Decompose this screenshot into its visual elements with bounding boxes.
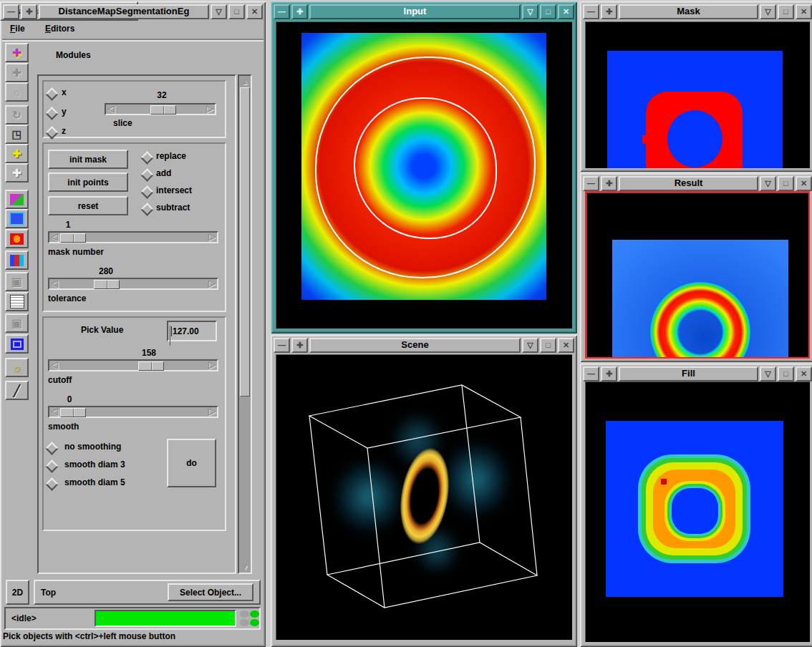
window-raise-button[interactable]: ✚ xyxy=(601,366,617,381)
slider-right-arrow-icon[interactable]: ▷ xyxy=(208,407,216,417)
fit-view-icon[interactable]: ▣ xyxy=(5,313,29,333)
window-shade-button[interactable]: ▽ xyxy=(760,4,776,19)
window-raise-button[interactable]: ✚ xyxy=(601,176,617,191)
mask-window[interactable]: — ✚ Mask ▽ □ ✕ xyxy=(580,1,812,172)
smooth-slider-thumb[interactable] xyxy=(60,408,86,417)
pick-value-field[interactable]: 127.00 xyxy=(167,321,217,341)
window-shade-button[interactable]: ▽ xyxy=(522,4,538,19)
menubar: File Editors xyxy=(2,21,264,40)
window-close-button[interactable]: ✕ xyxy=(796,176,812,191)
colormap-icon[interactable] xyxy=(5,250,29,270)
window-maximize-button[interactable]: □ xyxy=(540,338,556,353)
result-titlebar[interactable]: — ✚ Result ▽ □ ✕ xyxy=(583,176,812,191)
tolerance-slider-thumb[interactable] xyxy=(94,280,120,289)
window-raise-button[interactable]: ✚ xyxy=(601,4,617,19)
scroll-up-icon[interactable]: ▲ xyxy=(239,77,251,87)
zoom-view-icon[interactable]: ✚ xyxy=(5,163,29,183)
viewer-trackball-icon[interactable]: ✚ xyxy=(5,43,29,62)
slider-right-arrow-icon[interactable]: ▷ xyxy=(206,104,213,114)
scene-window[interactable]: — ✚ Scene ▽ □ ✕ xyxy=(271,335,577,647)
dash-icon: — xyxy=(587,8,595,16)
mask-number-slider[interactable]: ◁ ▷ xyxy=(48,231,218,243)
scrollbar-thumb[interactable] xyxy=(240,87,250,397)
menu-editors[interactable]: Editors xyxy=(45,24,74,34)
menu-file[interactable]: File xyxy=(10,24,25,34)
select-object-button[interactable]: Select Object... xyxy=(168,583,253,601)
slice-slider-thumb[interactable] xyxy=(150,105,176,115)
slider-left-arrow-icon[interactable]: ◁ xyxy=(107,104,115,114)
window-menu-button[interactable]: — xyxy=(583,176,599,191)
window-shade-button[interactable]: ▽ xyxy=(211,4,227,19)
fill-titlebar[interactable]: — ✚ Fill ▽ □ ✕ xyxy=(583,366,812,381)
window-menu-button[interactable]: — xyxy=(583,366,599,381)
slider-right-arrow-icon[interactable]: ▷ xyxy=(208,360,216,370)
headlight-icon[interactable]: ☼ xyxy=(5,82,29,102)
main-titlebar[interactable]: — ✚ DistanceMapSegmentationEg ▽ □ ✕ xyxy=(3,4,263,19)
mask-titlebar[interactable]: — ✚ Mask ▽ □ ✕ xyxy=(583,4,812,19)
scene-titlebar[interactable]: — ✚ Scene ▽ □ ✕ xyxy=(274,338,574,353)
pan-view-icon[interactable]: ✚ xyxy=(5,144,29,163)
window-maximize-button[interactable]: □ xyxy=(778,176,794,191)
smooth-slider[interactable]: ◁ ▷ xyxy=(48,406,218,418)
slider-left-arrow-icon[interactable]: ◁ xyxy=(51,278,58,288)
window-shade-button[interactable]: ▽ xyxy=(522,338,538,353)
cutoff-slider-thumb[interactable] xyxy=(138,361,164,371)
blue-panel-icon[interactable] xyxy=(5,209,29,228)
window-shade-button[interactable]: ▽ xyxy=(760,176,776,191)
window-close-button[interactable]: ✕ xyxy=(246,4,263,19)
reset-button[interactable]: reset xyxy=(48,196,128,215)
window-maximize-button[interactable]: □ xyxy=(778,4,794,19)
mode-2d-button[interactable]: 2D xyxy=(6,580,29,605)
input-window[interactable]: — ✚ Input ▽ □ ✕ xyxy=(271,1,577,334)
init-mask-button[interactable]: init mask xyxy=(48,150,128,169)
mask-number-slider-thumb[interactable] xyxy=(60,233,86,243)
window-menu-button[interactable]: — xyxy=(274,4,290,19)
fill-viewport[interactable] xyxy=(585,381,810,642)
window-maximize-button[interactable]: □ xyxy=(228,4,245,19)
scene-viewport[interactable] xyxy=(276,354,572,640)
window-raise-button[interactable]: ✚ xyxy=(291,4,308,19)
viewer-camera-icon[interactable]: ✚ xyxy=(5,63,29,82)
fill-window[interactable]: — ✚ Fill ▽ □ ✕ xyxy=(580,364,812,647)
lamp-icon[interactable]: ☼ xyxy=(5,358,29,377)
window-close-button[interactable]: ✕ xyxy=(558,4,574,19)
input-viewport[interactable] xyxy=(276,21,572,329)
slice-slider[interactable]: ◁ ▷ xyxy=(105,103,216,115)
window-close-button[interactable]: ✕ xyxy=(796,366,812,381)
subtract-label: subtract xyxy=(156,203,190,213)
rotate-view-icon[interactable]: ↻ xyxy=(5,105,29,125)
input-titlebar[interactable]: — ✚ Input ▽ □ ✕ xyxy=(274,4,574,19)
window-maximize-button[interactable]: □ xyxy=(778,366,794,381)
color-swap-icon[interactable] xyxy=(5,190,29,209)
scroll-down-icon[interactable]: ▼ xyxy=(239,562,251,572)
window-maximize-button[interactable]: □ xyxy=(540,4,556,19)
window-close-button[interactable]: ✕ xyxy=(558,338,574,353)
main-window[interactable]: — ✚ DistanceMapSegmentationEg ▽ □ ✕ File… xyxy=(0,1,266,647)
window-raise-button[interactable]: ✚ xyxy=(21,4,37,19)
slider-left-arrow-icon[interactable]: ◁ xyxy=(51,407,58,417)
slider-right-arrow-icon[interactable]: ▷ xyxy=(208,232,216,242)
mask-viewport[interactable] xyxy=(585,21,810,168)
window-menu-button[interactable]: — xyxy=(583,4,599,19)
wireframe-box-icon[interactable] xyxy=(5,334,29,354)
window-menu-button[interactable]: — xyxy=(3,4,19,19)
panel-scrollbar[interactable]: ▲ ▼ xyxy=(238,74,252,574)
annotation-icon[interactable] xyxy=(5,292,29,311)
cutoff-slider[interactable]: ◁ ▷ xyxy=(48,359,218,371)
slider-right-arrow-icon[interactable]: ▷ xyxy=(208,278,216,288)
window-raise-button[interactable]: ✚ xyxy=(291,338,308,353)
window-resize-icon[interactable]: ◳ xyxy=(5,125,29,144)
window-shade-button[interactable]: ▽ xyxy=(760,366,776,381)
tolerance-slider[interactable]: ◁ ▷ xyxy=(48,278,218,290)
result-window[interactable]: — ✚ Result ▽ □ ✕ xyxy=(580,173,812,362)
window-close-button[interactable]: ✕ xyxy=(796,4,812,19)
init-points-button[interactable]: init points xyxy=(48,172,128,192)
result-viewport[interactable] xyxy=(585,191,810,359)
record-icon[interactable] xyxy=(5,229,29,248)
window-menu-button[interactable]: — xyxy=(274,338,290,353)
slider-left-arrow-icon[interactable]: ◁ xyxy=(51,360,58,370)
slider-left-arrow-icon[interactable]: ◁ xyxy=(51,232,58,242)
box-view-icon[interactable]: ▣ xyxy=(5,272,29,291)
clip-plane-icon[interactable]: ╱ xyxy=(5,381,29,400)
do-button[interactable]: do xyxy=(167,439,216,487)
